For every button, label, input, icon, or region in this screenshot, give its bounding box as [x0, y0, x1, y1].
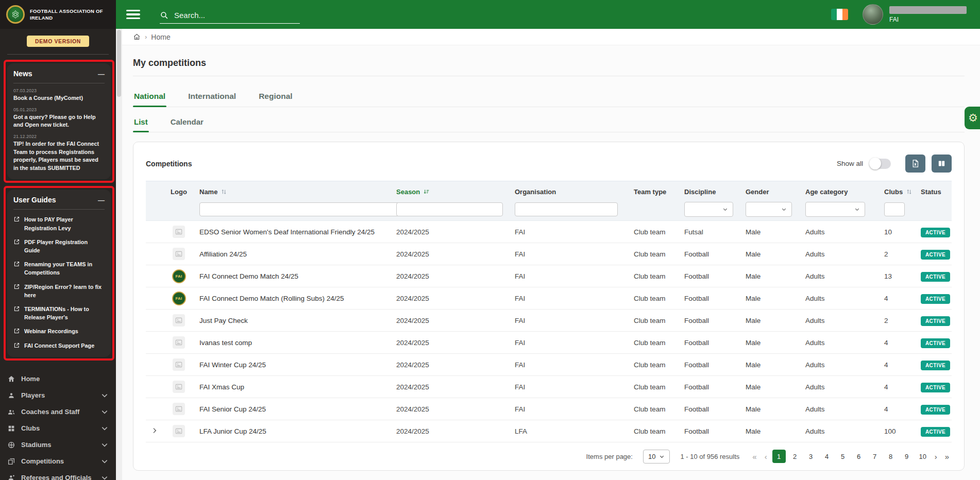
collapse-guides-icon[interactable]: —: [98, 196, 105, 204]
table-row[interactable]: EDSO Senior Women's Deaf International F…: [146, 221, 952, 243]
fai-competition-logo: FAI: [172, 292, 186, 305]
tab-regional[interactable]: Regional: [258, 92, 293, 107]
table-row[interactable]: FAI Xmas Cup2024/2025FAIClub teamFootbal…: [146, 376, 952, 398]
items-per-page-select[interactable]: 10: [643, 450, 670, 464]
cell-gender: Male: [746, 272, 805, 280]
page-5-button[interactable]: 5: [836, 450, 850, 463]
page-10-button[interactable]: 10: [916, 450, 930, 463]
user-guide-link[interactable]: PDF Player Registration Guide: [13, 238, 105, 254]
external-link-icon: [13, 283, 20, 290]
collapse-news-icon[interactable]: —: [98, 70, 105, 78]
cell-team-type: Club team: [634, 228, 684, 236]
scrollbar-thumb[interactable]: [117, 30, 121, 97]
cell-season: 2024/2025: [396, 272, 515, 280]
cell-name: FAI Xmas Cup: [194, 383, 396, 391]
filter-gender-select[interactable]: [746, 202, 792, 217]
sidebar-item-stadiums[interactable]: Stadiums: [0, 437, 116, 453]
cell-organisation: FAI: [515, 361, 634, 369]
filter-organisation-input[interactable]: [515, 202, 618, 216]
user-guide-link[interactable]: Renaming your TEAMS in Competitions: [13, 260, 105, 277]
sidebar-scrollbar[interactable]: [116, 29, 122, 480]
search-input[interactable]: [174, 11, 300, 20]
table-row[interactable]: FAI Senior Cup 24/252024/2025FAIClub tea…: [146, 398, 952, 420]
sidebar-item-players[interactable]: Players: [0, 387, 116, 404]
news-item[interactable]: 05.01.2023Got a query? Please go to Help…: [13, 107, 105, 129]
user-guide-link[interactable]: ZIP/Region Error? learn to fix here: [13, 283, 105, 299]
export-file-button[interactable]: [905, 155, 925, 173]
sidebar-item-clubs[interactable]: Clubs: [0, 420, 116, 437]
table-row[interactable]: Affiliation 24/252024/2025FAIClub teamFo…: [146, 243, 952, 265]
cell-gender: Male: [746, 295, 805, 302]
filter-season-input[interactable]: [396, 202, 503, 216]
column-header-discipline: Discipline: [684, 188, 746, 196]
column-header-name[interactable]: Name: [194, 188, 396, 196]
cell-gender: Male: [746, 228, 805, 236]
competition-logo-placeholder: [173, 226, 185, 238]
news-divider: [13, 83, 105, 83]
table-row[interactable]: LFA Junior Cup 24/252024/2025LFAClub tea…: [146, 420, 952, 442]
first-page-button[interactable]: «: [750, 452, 759, 461]
chevron-down-icon: [100, 457, 109, 466]
page-1-button[interactable]: 1: [772, 450, 786, 463]
column-header-clubs[interactable]: Clubs: [884, 188, 921, 196]
show-all-toggle[interactable]: [869, 159, 891, 169]
page-6-button[interactable]: 6: [852, 450, 866, 463]
page-9-button[interactable]: 9: [900, 450, 914, 463]
user-guide-link[interactable]: Webinar Recordings: [13, 327, 105, 335]
home-icon[interactable]: [133, 33, 141, 41]
news-item[interactable]: 21.12.2022TIP! In order for the FAI Conn…: [13, 134, 105, 173]
cell-season: 2024/2025: [396, 339, 515, 347]
filter-clubs-input[interactable]: [884, 202, 905, 216]
sidebar-item-coaches-and-staff[interactable]: Coaches and Staff: [0, 404, 116, 420]
breadcrumb-home[interactable]: Home: [151, 33, 170, 41]
table-row[interactable]: FAIFAI Connect Demo Match (Rolling Subs)…: [146, 287, 952, 310]
page-4-button[interactable]: 4: [820, 450, 834, 463]
filter-age-category-select[interactable]: [805, 202, 865, 217]
page-7-button[interactable]: 7: [868, 450, 882, 463]
tab-international[interactable]: International: [187, 92, 237, 107]
cell-age-category: Adults: [805, 250, 884, 258]
table-row[interactable]: Just Pay Check2024/2025FAIClub teamFootb…: [146, 310, 952, 332]
filter-discipline-select[interactable]: [684, 202, 733, 217]
app-root: FOOTBALL ASSOCIATION OF IRELAND DEMO VER…: [0, 0, 980, 480]
table-row[interactable]: FAIFAI Connect Demo Match 24/252024/2025…: [146, 265, 952, 287]
sidebar-item-referees-and-officials[interactable]: Referees and Officials: [0, 470, 116, 480]
file-export-icon: [911, 159, 920, 168]
cell-discipline: Football: [684, 361, 746, 369]
column-header-season[interactable]: Season: [396, 188, 515, 196]
prev-page-button[interactable]: ‹: [762, 452, 770, 461]
columns-button[interactable]: [932, 155, 952, 173]
user-guide-link[interactable]: TERMINATIONs - How to Release Player's: [13, 305, 105, 321]
user-guide-link[interactable]: FAI Connect Support Page: [13, 341, 105, 350]
cell-team-type: Club team: [634, 317, 684, 324]
menu-icon[interactable]: [126, 10, 140, 19]
avatar[interactable]: [863, 4, 883, 25]
cell-clubs: 100: [884, 427, 921, 435]
next-page-button[interactable]: ›: [932, 452, 940, 461]
chevron-down-icon: [100, 408, 109, 416]
competition-logo-placeholder: [173, 336, 185, 349]
news-item[interactable]: 07.03.2023Book a Course (MyComet): [13, 88, 105, 102]
filter-name-input[interactable]: [199, 202, 404, 216]
page-2-button[interactable]: 2: [788, 450, 802, 463]
user-guide-link[interactable]: How to PAY Player Registration Levy: [13, 215, 105, 232]
tab-calendar[interactable]: Calendar: [170, 117, 205, 132]
page-8-button[interactable]: 8: [884, 450, 898, 463]
status-badge: ACTIVE: [921, 361, 950, 370]
settings-gear-button[interactable]: ⚙: [965, 107, 980, 129]
last-page-button[interactable]: »: [942, 452, 952, 461]
tab-list[interactable]: List: [133, 117, 149, 132]
cell-age-category: Adults: [805, 361, 884, 369]
tab-national[interactable]: National: [133, 92, 166, 107]
cell-discipline: Football: [684, 272, 746, 280]
results-range: 1 - 10 of 956 results: [680, 453, 739, 460]
sidebar-item-competitions[interactable]: Competitions: [0, 453, 116, 470]
page-3-button[interactable]: 3: [804, 450, 818, 463]
table-row[interactable]: Ivanas test comp2024/2025FAIClub teamFoo…: [146, 332, 952, 354]
user-organisation: FAI: [889, 16, 967, 23]
home-icon: [7, 375, 15, 383]
expand-row-icon[interactable]: [151, 427, 158, 436]
table-row[interactable]: FAI Winter Cup 24/252024/2025FAIClub tea…: [146, 354, 952, 376]
cell-discipline: Football: [684, 317, 746, 324]
sidebar-item-home[interactable]: Home: [0, 371, 116, 387]
